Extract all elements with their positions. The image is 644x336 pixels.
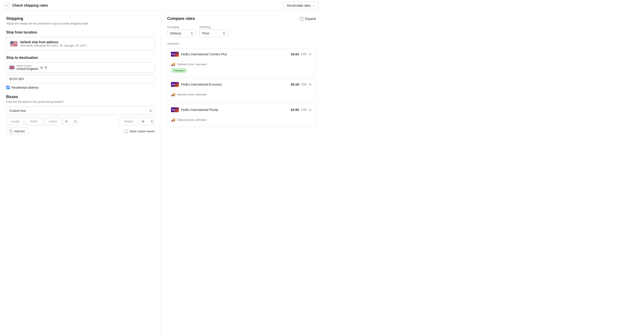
rate-card-2-header: Fed Ex FedEx International Economy 20.18…: [168, 79, 316, 89]
rate-price-area-3: 22.93 USD ∨: [291, 107, 312, 112]
rate-currency-1: USD: [301, 52, 307, 56]
add-box-label: Add box: [14, 130, 25, 133]
ordering-label: Ordering: [200, 25, 228, 29]
delivery-text-2: Delivery time: unknown: [177, 93, 207, 96]
rate-price-area-1: 16.53 USD ∨: [291, 52, 312, 57]
weight-unit-select[interactable]: lb kg: [140, 118, 154, 125]
rate-price-2: 20.18: [291, 82, 299, 86]
truck-icon-1: 🚚: [171, 62, 175, 66]
ship-to-title: Ship to destination: [6, 56, 154, 60]
postal-code-input[interactable]: [6, 75, 154, 83]
residential-checkbox[interactable]: [6, 86, 10, 89]
svg-text:Fed: Fed: [172, 108, 175, 111]
rate-currency-3: USD: [301, 108, 307, 111]
boxes-section-title: Boxes: [6, 94, 154, 99]
rate-divider-2: [171, 90, 312, 90]
country-field[interactable]: 🇬🇧 Select country United Kingdom ⊗ ⇅: [6, 62, 154, 72]
country-label: Select country: [16, 64, 38, 67]
residential-label[interactable]: Residential address: [12, 86, 38, 89]
svg-text:Fed: Fed: [172, 83, 175, 85]
rate-price-area-2: 20.18 USD ∨: [291, 82, 312, 87]
weight-input[interactable]: [118, 118, 138, 125]
width-input[interactable]: [25, 118, 43, 125]
expand-icon: [300, 17, 304, 20]
us-flag-icon: 🇺🇸: [10, 41, 18, 47]
ordering-select[interactable]: Price Delivery time: [200, 30, 228, 37]
rate-currency-2: USD: [301, 83, 307, 86]
expand-rate-2-button[interactable]: ∨: [308, 82, 312, 87]
recalculate-button[interactable]: Recalculate rates →: [284, 2, 318, 9]
sort-icon[interactable]: ⇅: [44, 66, 47, 70]
header: × Check shipping rates Recalculate rates…: [0, 0, 322, 11]
svg-text:Ex: Ex: [175, 83, 177, 85]
country-value: United Kingdom: [16, 67, 38, 70]
expand-rate-3-button[interactable]: ∨: [308, 107, 312, 112]
rate-divider-1: [171, 60, 312, 60]
dimensions-row: in cm ⇅ lb kg ⇅: [6, 118, 154, 125]
rate-delivery-3: 🚚 Delivery time: unknown: [171, 118, 312, 122]
save-custom-checkbox[interactable]: [124, 130, 128, 133]
address-detail: 444 North Industrial Rd Unit A, St. Geor…: [20, 44, 89, 47]
box-type-select-wrapper: Custom box No box FedEx Box ⇅: [6, 106, 154, 115]
grouping-label: Grouping: [167, 25, 196, 29]
fedex-logo-3: Fed Ex: [171, 107, 179, 112]
weight-unit-wrapper: lb kg ⇅: [140, 118, 154, 125]
cheapest-badge-1: Cheapest: [171, 68, 187, 73]
add-box-icon: +: [9, 129, 13, 133]
rate-price-3: 22.93: [291, 108, 299, 112]
ordering-group: Ordering Price Delivery time ⇅: [200, 25, 228, 37]
boxes-subtitle: How are the items in this quote being bo…: [6, 100, 154, 104]
rate-delivery-2: 🚚 Delivery time: unknown: [171, 92, 312, 96]
left-panel: Shipping Adjust the details for this shi…: [0, 11, 161, 336]
save-custom-row: Save custom boxes: [124, 130, 154, 133]
rate-delivery-1: 🚚 Delivery time: unknown: [171, 62, 312, 66]
grouping-select-wrapper: Delivery Carrier Service ⇅: [167, 30, 196, 37]
country-field-text: Select country United Kingdom: [16, 64, 38, 70]
truck-icon-2: 🚚: [171, 92, 175, 96]
ordering-select-wrapper: Price Delivery time ⇅: [200, 30, 228, 37]
rate-card-2-body: 🚚 Delivery time: unknown: [168, 89, 316, 102]
close-button[interactable]: ×: [4, 2, 10, 8]
expand-label: Expand: [306, 17, 316, 20]
expand-rate-1-button[interactable]: ∨: [308, 52, 312, 57]
dim-unit-select[interactable]: in cm: [63, 118, 78, 125]
compare-rates-title: Compare rates: [167, 16, 195, 21]
grouping-select[interactable]: Delivery Carrier Service: [167, 30, 196, 37]
add-box-button[interactable]: + Add box: [6, 128, 28, 135]
expand-button[interactable]: Expand: [300, 17, 316, 20]
rate-card-3-header: Fed Ex FedEx International Priority 22.9…: [168, 104, 316, 114]
filter-row: Grouping Delivery Carrier Service ⇅ Orde…: [167, 25, 316, 37]
clear-icon[interactable]: ⊗: [40, 66, 43, 70]
rate-name-3: FedEx International Priority: [181, 108, 218, 112]
header-left: × Check shipping rates: [4, 2, 48, 8]
close-icon: ×: [6, 4, 8, 7]
ship-from-address-card: 🇺🇸 Default ship from address 444 North I…: [6, 37, 154, 50]
rate-card-3: Fed Ex FedEx International Priority 22.9…: [167, 104, 316, 127]
field-icons: ⊗ ⇅: [40, 66, 47, 70]
rate-card-3-body: 🚚 Delivery time: unknown: [168, 114, 316, 127]
fedex-logo-2: Fed Ex: [171, 82, 179, 87]
height-input[interactable]: [44, 118, 62, 125]
fedex-logo-svg-3: Fed Ex: [171, 108, 178, 111]
uk-flag-icon: 🇬🇧: [9, 65, 14, 70]
svg-text:Fed: Fed: [172, 53, 175, 55]
dim-unit-wrapper: in cm ⇅: [63, 118, 78, 125]
length-input[interactable]: [6, 118, 24, 125]
rate-name-2: FedEx International Economy: [181, 83, 222, 86]
rate-card-1: Fed Ex FedEx International Connect Plus …: [167, 48, 316, 76]
rate-price-1: 16.53: [291, 52, 299, 56]
delivery-text-3: Delivery time: unknown: [177, 118, 207, 122]
shipping-section-title: Shipping: [6, 16, 154, 21]
save-custom-label[interactable]: Save custom boxes: [130, 130, 154, 133]
recalculate-arrow-icon: →: [312, 4, 315, 7]
compare-header: Compare rates Expand: [167, 16, 316, 21]
grouping-group: Grouping Delivery Carrier Service ⇅: [167, 25, 196, 37]
rate-name-1: FedEx International Connect Plus: [181, 52, 227, 56]
rate-card-1-header: Fed Ex FedEx International Connect Plus …: [168, 48, 316, 58]
box-type-select[interactable]: Custom box No box FedEx Box: [6, 106, 154, 115]
rate-card-2: Fed Ex FedEx International Economy 20.18…: [167, 78, 316, 102]
address-card-text: Default ship from address 444 North Indu…: [20, 40, 89, 47]
rate-card-1-body: 🚚 Delivery time: unknown Cheapest: [168, 58, 316, 76]
fedex-logo-svg-2: Fed Ex: [171, 83, 178, 86]
fedex-logo-svg-1: Fed Ex: [171, 53, 178, 56]
